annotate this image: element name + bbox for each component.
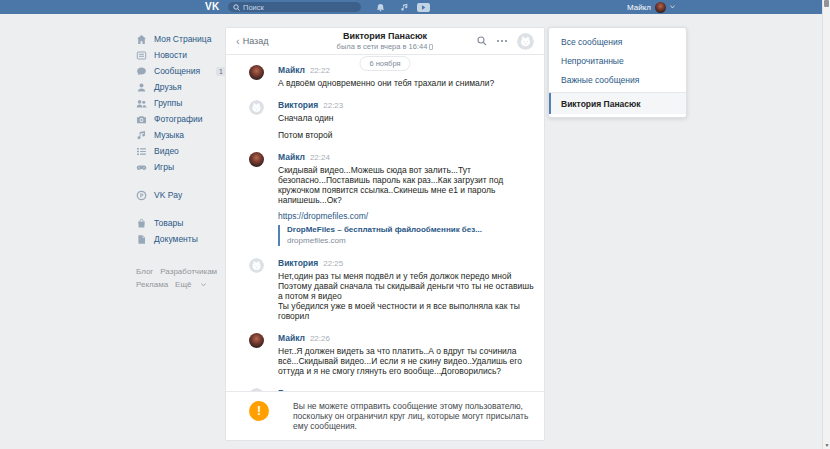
sidebar-item-vkpay[interactable]: VK Pay <box>136 187 226 203</box>
message-time: 22:25 <box>323 259 343 268</box>
date-divider: 6 ноября <box>359 56 410 71</box>
news-icon <box>136 50 147 61</box>
sidebar-item-market[interactable]: Товары <box>136 215 226 231</box>
sender-avatar[interactable] <box>249 100 264 115</box>
sidebar-item-video[interactable]: Видео <box>136 143 226 159</box>
music-note-icon[interactable] <box>400 0 409 14</box>
user-menu[interactable]: Майкл <box>627 0 675 14</box>
sidebar-item-label: Документы <box>154 234 198 244</box>
footer-link-more[interactable]: Ещё <box>175 280 206 289</box>
back-button[interactable]: ‹ Назад <box>236 36 268 46</box>
friends-icon <box>136 82 147 93</box>
sidebar-item-news[interactable]: Новости <box>136 47 226 63</box>
notifications-bell-icon[interactable] <box>376 0 385 14</box>
sender-name[interactable]: Майкл <box>278 333 305 343</box>
global-search[interactable] <box>228 2 361 12</box>
sidebar-item-friends[interactable]: Друзья <box>136 79 226 95</box>
sidebar-item-profile[interactable]: Моя Страница <box>136 31 226 47</box>
sender-name[interactable]: Майкл <box>278 152 305 162</box>
link-attachment-card[interactable]: DropMeFiles – бесплатный файлообменник б… <box>278 225 534 246</box>
sender-avatar[interactable] <box>249 65 264 80</box>
messages-icon <box>136 66 147 77</box>
dropdown-item-important[interactable]: Важные сообщения <box>549 70 686 89</box>
sidebar-item-music[interactable]: Музыка <box>136 127 226 143</box>
video-icon <box>136 146 147 157</box>
sidebar-item-label: Друзья <box>154 82 182 92</box>
groups-icon <box>136 98 147 109</box>
chat-status: была в сети вчера в 16:44 <box>337 42 434 51</box>
top-bar: VK Майкл <box>0 0 822 14</box>
scrollbar-thumb[interactable] <box>824 0 829 7</box>
dropdown-item-all-messages[interactable]: Все сообщения <box>549 32 686 51</box>
music-icon <box>136 130 147 141</box>
search-icon <box>233 4 240 11</box>
sender-name[interactable]: Виктория <box>278 258 318 268</box>
message-group: Майкл22:24 Скидывай видео...Можешь сюда … <box>249 152 534 246</box>
default-avatar-dog-icon <box>249 258 264 273</box>
sidebar-item-photos[interactable]: Фотографии <box>136 111 226 127</box>
vkpay-icon <box>136 190 147 201</box>
user-avatar <box>655 2 666 13</box>
chat-header: ‹ Назад Виктория Панасюк была в сети вче… <box>226 28 544 55</box>
attachment-title: DropMeFiles – бесплатный файлообменник б… <box>287 225 534 235</box>
default-avatar-dog-icon <box>249 100 264 115</box>
chevron-down-icon <box>670 5 675 9</box>
message-group: Виктория22:25 Нет,один раз ты меня подвё… <box>249 258 534 321</box>
sidebar-item-messages[interactable]: Сообщения 1 <box>136 63 226 79</box>
footer-link-developers[interactable]: Разработчикам <box>160 267 217 276</box>
attachment-domain: dropmefiles.com <box>287 236 534 246</box>
dropdown-selected-conversation[interactable]: Виктория Панасюк <box>549 93 686 114</box>
cannot-send-warning: ! Вы не можете отправить сообщение этому… <box>226 391 544 440</box>
message-text: А вдвоём одновременно они тебя трахали и… <box>278 78 534 88</box>
search-input[interactable] <box>243 3 356 12</box>
default-avatar-dog-icon <box>249 388 264 391</box>
chat-search-icon[interactable] <box>477 36 487 46</box>
chat-title: Виктория Панасюк <box>343 31 427 41</box>
message-text: Сначала один <box>278 113 534 123</box>
vk-logo[interactable]: VK <box>205 0 220 14</box>
footer-link-ads[interactable]: Реклама <box>136 280 168 289</box>
page-scrollbar[interactable]: ▼ <box>822 0 830 449</box>
back-label: Назад <box>243 36 269 46</box>
mobile-icon <box>429 44 433 50</box>
sender-avatar[interactable] <box>249 333 264 348</box>
scrollbar-down-arrow-icon[interactable]: ▼ <box>823 442 830 448</box>
message-text: Нет..Я должен видеть за что платить..А о… <box>278 346 534 376</box>
user-name: Майкл <box>627 3 651 12</box>
dropdown-item-unread[interactable]: Непрочитанные <box>549 51 686 70</box>
footer-link-blog[interactable]: Блог <box>136 267 153 276</box>
messages-filter-dropdown: Все сообщения Непрочитанные Важные сообщ… <box>548 27 687 118</box>
sender-name[interactable]: Виктория <box>278 100 318 110</box>
warning-text: Вы не можете отправить сообщение этому п… <box>293 401 536 431</box>
sender-name[interactable]: Майкл <box>278 65 305 75</box>
sidebar-item-label: Сообщения <box>154 66 200 76</box>
sidebar-item-label: Музыка <box>154 130 184 140</box>
home-icon <box>136 34 147 45</box>
sidebar-item-groups[interactable]: Группы <box>136 95 226 111</box>
sidebar-footer: БлогРазработчикам РекламаЕщё <box>136 265 226 291</box>
camera-icon <box>136 114 147 125</box>
sender-avatar[interactable] <box>249 152 264 167</box>
message-text: Скидывай видео...Можешь сюда вот залить.… <box>278 165 534 205</box>
message-time: 22:22 <box>310 66 330 75</box>
bag-icon <box>136 218 147 229</box>
sender-avatar[interactable] <box>249 388 264 391</box>
message-text: Потом второй <box>278 130 534 140</box>
sidebar-item-label: Новости <box>154 50 187 60</box>
chevron-down-icon <box>201 283 206 287</box>
sidebar-item-docs[interactable]: Документы <box>136 231 226 247</box>
left-nav: Моя Страница Новости Сообщения 1 Друзья … <box>136 31 226 291</box>
chevron-left-icon: ‹ <box>236 37 240 46</box>
chat-peer-avatar[interactable] <box>517 33 534 50</box>
message-time: 22:26 <box>323 389 343 391</box>
sender-name[interactable]: Виктория <box>278 388 318 391</box>
sender-avatar[interactable] <box>249 258 264 273</box>
sidebar-item-games[interactable]: Игры <box>136 159 226 175</box>
message-text: Нет,один раз ты меня подвёл и у тебя дол… <box>278 271 534 321</box>
document-icon <box>136 234 147 245</box>
video-play-icon[interactable] <box>417 0 430 14</box>
sidebar-item-label: VK Pay <box>154 190 182 200</box>
message-link[interactable]: https://dropmefiles.com/ <box>278 211 534 221</box>
sidebar-item-label: Группы <box>154 98 182 108</box>
more-options-icon[interactable] <box>496 39 508 43</box>
